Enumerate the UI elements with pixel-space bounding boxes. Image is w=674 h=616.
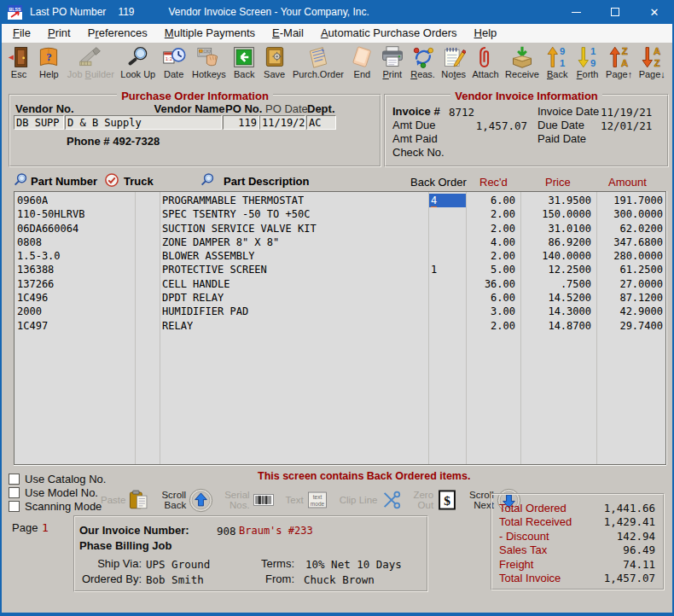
cell-price[interactable]: 14.3000 bbox=[521, 305, 591, 318]
toolbar-button-help[interactable]: ?Help bbox=[37, 45, 61, 91]
cell-amount[interactable]: 61.2500 bbox=[597, 263, 663, 276]
cell-part-number[interactable]: 137266 bbox=[17, 277, 54, 291]
cell-part-number[interactable]: 0960A bbox=[17, 194, 48, 207]
close-button[interactable]: ✕ bbox=[635, 0, 674, 24]
cell-part-description[interactable]: DPDT RELAY bbox=[162, 291, 224, 305]
cell-back-order[interactable]: 4 bbox=[429, 194, 466, 207]
cell-price[interactable]: 150.0000 bbox=[521, 207, 591, 221]
cell-price[interactable]: 12.2500 bbox=[521, 263, 591, 276]
cell-received[interactable]: 5.00 bbox=[467, 263, 515, 276]
checkbox-box-icon[interactable] bbox=[9, 501, 20, 512]
cell-back-order[interactable] bbox=[429, 235, 466, 249]
checkbox-scanning-mode[interactable]: Scanning Mode bbox=[9, 499, 106, 513]
cell-price[interactable]: 14.5200 bbox=[521, 291, 591, 305]
cell-received[interactable]: 2.00 bbox=[467, 249, 515, 263]
po-date-field[interactable]: 11/19/21 bbox=[259, 115, 305, 130]
cell-part-number[interactable]: 1.5-3.0 bbox=[17, 249, 61, 263]
menu-item-e-mail[interactable]: E-Mail bbox=[264, 25, 312, 42]
table-row[interactable]: 1C496DPDT RELAY6.0014.520087.1200 bbox=[15, 291, 665, 305]
checkbox-use-model-no[interactable]: Use Model No. bbox=[9, 485, 106, 499]
table-row[interactable]: 2000HUMIDIFIER PAD3.0014.300042.9000 bbox=[15, 305, 665, 318]
checkbox-box-icon[interactable] bbox=[9, 487, 20, 498]
cell-price[interactable]: 140.0000 bbox=[521, 249, 591, 263]
menu-item-file[interactable]: File bbox=[4, 25, 39, 42]
cell-part-number[interactable]: 136388 bbox=[17, 263, 54, 276]
menu-item-help[interactable]: Help bbox=[466, 25, 506, 42]
toolbar-button-purch-order[interactable]: Purch.Order bbox=[293, 45, 344, 91]
cell-back-order[interactable] bbox=[429, 319, 466, 333]
cell-part-description[interactable]: SPEC TSENTRY -50 TO +50C bbox=[162, 207, 310, 221]
cell-back-order[interactable] bbox=[429, 305, 466, 318]
cell-price[interactable]: 86.9200 bbox=[521, 235, 591, 249]
toolbar-button-hotkeys[interactable]: Hotkeys bbox=[192, 45, 226, 91]
cell-amount[interactable]: 62.0200 bbox=[597, 222, 663, 235]
cell-part-description[interactable]: HUMIDIFIER PAD bbox=[162, 305, 248, 318]
cell-amount[interactable]: 347.6800 bbox=[597, 235, 663, 249]
search-icon[interactable] bbox=[13, 172, 28, 188]
cell-amount[interactable]: 42.9000 bbox=[597, 305, 663, 318]
table-row[interactable]: 110-50HLRVBSPEC TSENTRY -50 TO +50C2.001… bbox=[15, 207, 665, 221]
minimize-button[interactable] bbox=[556, 0, 596, 24]
cell-price[interactable]: 31.0100 bbox=[521, 222, 591, 235]
table-row[interactable]: 06DA660064SUCTION SERVICE VALVE KIT2.003… bbox=[15, 222, 665, 235]
vendor-no-field[interactable]: DB SUPP bbox=[14, 115, 64, 130]
menu-item-multiple-payments[interactable]: Multiple Payments bbox=[156, 25, 264, 42]
cell-part-description[interactable]: PROGRAMMABLE THERMOSTAT bbox=[162, 194, 304, 207]
table-row[interactable]: 0960APROGRAMMABLE THERMOSTAT46.0031.9500… bbox=[15, 194, 665, 207]
cell-received[interactable]: 2.00 bbox=[467, 319, 515, 333]
toolbar-button-page[interactable]: ZAPage↑ bbox=[606, 45, 632, 91]
table-row[interactable]: 1C497RELAY2.0014.870029.7400 bbox=[15, 319, 665, 333]
cell-price[interactable]: 14.8700 bbox=[521, 319, 591, 333]
cell-part-number[interactable]: 0808 bbox=[17, 235, 42, 249]
toolbar-button-date[interactable]: 1:2Date bbox=[162, 45, 186, 91]
cell-amount[interactable]: 29.7400 bbox=[597, 319, 663, 333]
cell-received[interactable]: 4.00 bbox=[467, 235, 515, 249]
line-items-grid[interactable]: 0960APROGRAMMABLE THERMOSTAT46.0031.9500… bbox=[14, 191, 666, 465]
cell-amount[interactable]: 300.0000 bbox=[597, 207, 663, 221]
toolbar-button-end[interactable]: End bbox=[350, 45, 374, 91]
cell-amount[interactable]: 191.7000 bbox=[597, 194, 663, 207]
truck-check-icon[interactable] bbox=[104, 172, 119, 188]
vendor-name-field[interactable]: D & B Supply bbox=[65, 115, 222, 130]
toolbar-button-notes[interactable]: Notes bbox=[441, 45, 466, 91]
cell-part-number[interactable]: 1C497 bbox=[17, 319, 48, 333]
search-icon[interactable] bbox=[200, 172, 215, 188]
cell-amount[interactable]: 27.0000 bbox=[597, 277, 663, 291]
menu-item-preferences[interactable]: Preferences bbox=[79, 25, 156, 42]
checkbox-use-catalog-no[interactable]: Use Catalog No. bbox=[9, 472, 106, 485]
toolbar-button-receive[interactable]: Receive bbox=[505, 45, 539, 91]
cell-received[interactable]: 3.00 bbox=[467, 305, 515, 318]
toolbar-button-attach[interactable]: Attach bbox=[472, 45, 498, 91]
cell-amount[interactable]: 280.0000 bbox=[597, 249, 663, 263]
action-button-scroll-back[interactable]: Scroll Back bbox=[161, 488, 213, 513]
cell-received[interactable]: 2.00 bbox=[467, 207, 515, 221]
cell-received[interactable]: 36.00 bbox=[467, 277, 515, 291]
toolbar-button-look-up[interactable]: Look Up bbox=[120, 45, 155, 91]
po-no-field[interactable]: 119 bbox=[223, 115, 259, 130]
cell-received[interactable]: 2.00 bbox=[467, 222, 515, 235]
toolbar-button-page[interactable]: AZPage↓ bbox=[639, 45, 665, 91]
cell-part-description[interactable]: ZONE DAMPER 8" X 8" bbox=[162, 235, 279, 249]
toolbar-button-print[interactable]: Print bbox=[381, 45, 404, 91]
cell-price[interactable]: 31.9500 bbox=[521, 194, 591, 207]
dept-field[interactable]: AC bbox=[306, 115, 336, 130]
toolbar-button-reas[interactable]: Reas. bbox=[410, 45, 435, 91]
cell-back-order[interactable] bbox=[429, 291, 466, 305]
table-row[interactable]: 1.5-3.0BLOWER ASSEMBLY2.00140.0000280.00… bbox=[15, 249, 665, 263]
cell-amount[interactable]: 87.1200 bbox=[597, 291, 663, 305]
toolbar-button-back[interactable]: Back bbox=[232, 45, 256, 91]
cell-back-order[interactable] bbox=[429, 207, 466, 221]
table-row[interactable]: 136388PROTECTIVE SCREEN15.0012.250061.25… bbox=[15, 263, 665, 276]
menu-item-print[interactable]: Print bbox=[39, 25, 79, 42]
cell-part-description[interactable]: PROTECTIVE SCREEN bbox=[162, 263, 267, 276]
cell-back-order[interactable]: 1 bbox=[429, 263, 466, 276]
toolbar-button-forth[interactable]: 19Forth bbox=[576, 45, 600, 91]
cell-part-number[interactable]: 1C496 bbox=[17, 291, 48, 305]
cell-part-number[interactable]: 06DA660064 bbox=[17, 222, 78, 235]
cell-part-description[interactable]: RELAY bbox=[162, 319, 193, 333]
cell-back-order[interactable] bbox=[429, 222, 466, 235]
cell-price[interactable]: .7500 bbox=[521, 277, 591, 291]
table-row[interactable]: 0808ZONE DAMPER 8" X 8"4.0086.9200347.68… bbox=[15, 235, 665, 249]
maximize-button[interactable] bbox=[596, 0, 635, 24]
checkbox-box-icon[interactable] bbox=[9, 474, 20, 485]
